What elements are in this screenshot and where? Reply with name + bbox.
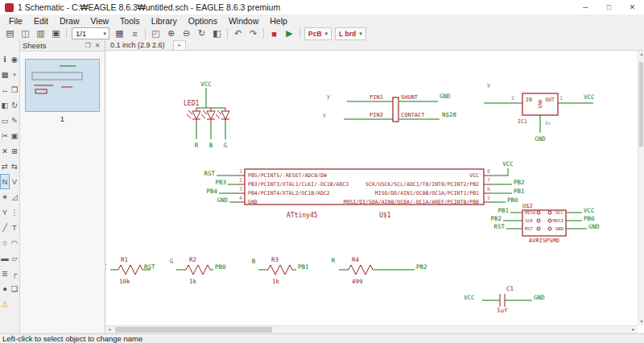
show-icon[interactable]: ◉ [10,52,19,67]
change-icon[interactable]: ✎ [10,113,19,128]
add-icon[interactable]: ⊞ [10,143,19,159]
menu-options[interactable]: Options [183,16,223,26]
mark-icon[interactable]: + [10,67,19,82]
sch-text-b[interactable]: B [252,258,256,265]
layers-icon[interactable]: ≡ [128,27,142,39]
display-icon[interactable]: ▦ [0,67,10,82]
float-panel-button[interactable]: ❐ [83,41,93,51]
grid-icon[interactable]: ▦ [113,27,126,39]
delete-icon[interactable]: ✕ [0,143,10,159]
resistor-symbol[interactable] [268,265,292,275]
sch-text-r[interactable]: R [195,142,199,149]
sch-text-6[interactable]: 6 [487,186,490,192]
vertical-scrollbar[interactable]: ▲ ▼ [638,51,644,325]
sch-text-vcc[interactable]: VCC [464,294,475,301]
value-icon[interactable]: V [10,174,19,189]
circle-icon[interactable]: ○ [0,235,10,250]
menu-tools[interactable]: Tools [114,16,146,26]
sch-text-2[interactable]: 2 [239,177,242,184]
mark-icon[interactable]: + [173,40,186,51]
arc-icon[interactable]: ◠ [10,235,19,250]
sheet-select-combo[interactable]: 1/1▾ [72,27,109,39]
sch-text-5v[interactable]: 5v [545,120,551,126]
sch-text-r[interactable]: R [332,257,336,264]
sch-text-1k[interactable]: 1k [189,278,197,285]
erc-icon[interactable]: ⚠ [0,296,10,312]
sch-text-pb1[interactable]: PB1 [514,188,525,195]
mirror-icon[interactable]: ◧ [0,97,10,113]
sch-text-mosi[interactable]: MOSI [553,218,564,223]
invoke-icon[interactable]: ⋮ [10,205,19,220]
sch-text-pin1[interactable]: PIN1 [369,94,383,101]
symbol-line[interactable] [201,114,205,118]
paste-icon[interactable]: ▣ [10,128,19,143]
sch-text-r1[interactable]: R1 [121,256,128,263]
close-panel-button[interactable]: ✕ [93,41,102,51]
horizontal-scrollbar[interactable]: ◄ ► [105,325,638,333]
undo-icon[interactable]: ↶ [231,27,245,39]
cut-icon[interactable]: ✂ [0,128,10,143]
sch-text-pb3-pcint3-xtal1-clki-oc1b-adc3[interactable]: PB3/PCINT3/XTAL1/CLKI/-OC1B/ADC3 [248,181,349,188]
sch-text-1uf[interactable]: 1uf [497,307,508,314]
sch-text-rst[interactable]: RST [144,263,155,271]
sch-text-pb3[interactable]: PB3 [215,179,226,186]
sch-text-c1[interactable]: C1 [506,285,514,292]
print-icon[interactable]: ▥ [34,27,47,39]
sch-text-1[interactable]: 1 [559,95,563,101]
pad-circle[interactable] [548,219,551,222]
label-icon[interactable]: ❏ [10,281,19,296]
sch-text-pb1[interactable]: PB1 [298,263,309,271]
rotate-icon[interactable]: ↻ [10,97,19,113]
menu-edit[interactable]: Edit [28,16,54,26]
sch-text-ic1[interactable]: IC1 [518,118,527,125]
info-icon[interactable]: ℹ [0,52,10,67]
menu-window[interactable]: Window [223,16,264,26]
sch-text-10k[interactable]: 10k [119,278,130,285]
sch-text-gnd[interactable]: GND [534,294,545,301]
split-icon[interactable]: Y [0,205,10,220]
sch-text-avrispsmd[interactable]: AVRISPSMD [529,238,559,244]
led-symbol[interactable] [221,111,229,119]
board-icon[interactable]: ▣ [49,27,63,39]
smash-icon[interactable]: ✶ [0,189,10,205]
sch-text-pb0[interactable]: PB0 [584,215,595,222]
sch-text-pb2[interactable]: PB2 [514,179,525,186]
sch-text-pb1[interactable]: PB1 [497,207,509,214]
close-button[interactable]: ✕ [621,0,644,14]
sch-text-b[interactable]: B [209,142,213,149]
resistor-symbol[interactable] [349,265,373,275]
sch-text-vcc[interactable]: VCC [502,160,514,167]
sch-text-miso[interactable]: MISO [525,210,535,215]
sch-text-gnd[interactable]: GND [248,199,258,205]
sch-text-5[interactable]: 5 [487,195,490,201]
scroll-down-button[interactable]: ▼ [638,318,644,325]
name-icon[interactable]: N [0,174,10,189]
group-icon[interactable]: ▭ [0,113,10,128]
bus-icon[interactable]: ≣ [0,266,10,281]
sch-text-sck[interactable]: SCK [525,218,534,223]
sch-text-rst[interactable]: RST [204,170,215,177]
menu-view[interactable]: View [85,16,115,26]
sch-text-1k[interactable]: 1k [272,278,280,285]
led-symbol[interactable] [192,111,200,119]
led-symbol[interactable] [207,111,215,119]
sch-text-vcc[interactable]: VCC [200,81,212,88]
sch-text-rst[interactable]: RST [493,223,505,230]
resistor-symbol[interactable] [118,265,142,275]
sch-text-g[interactable]: G [224,142,228,149]
miter-icon[interactable]: ◿ [10,189,19,205]
symbol-line[interactable] [187,114,191,118]
save-icon[interactable]: ◫ [19,27,32,39]
wire-icon[interactable]: ╱ [0,220,10,235]
sch-text-7[interactable]: 7 [487,177,490,184]
symbol-line[interactable] [188,110,192,114]
symbol-outline[interactable] [393,97,398,122]
sch-text-attiny45[interactable]: ATtiny45 [287,212,318,219]
sch-text-y[interactable]: y [323,111,327,118]
pad-circle[interactable] [548,227,551,230]
symbol-line[interactable] [217,110,221,114]
sch-text-4[interactable]: 4 [239,195,242,201]
minimize-button[interactable]: ─ [574,0,597,14]
zoom-redraw-icon[interactable]: ↻ [195,27,208,39]
sch-text-pb2[interactable]: PB2 [416,263,427,271]
